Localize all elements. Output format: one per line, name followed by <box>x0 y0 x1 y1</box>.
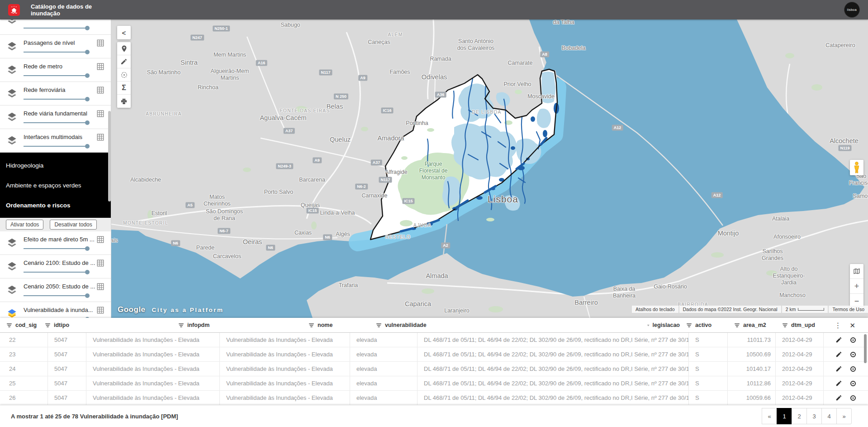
page-button[interactable]: 4 <box>821 408 837 424</box>
opacity-slider[interactable] <box>24 248 88 249</box>
category-item[interactable]: Ambiente e espaços verdes <box>0 175 111 195</box>
layer-item[interactable]: Rede de metro <box>0 58 111 82</box>
map-view[interactable]: SabugoALÉMCaneçasSanto António dos Caval… <box>111 19 868 318</box>
slider-knob[interactable] <box>85 246 90 251</box>
terms-link[interactable]: Termos de Uso <box>829 306 868 313</box>
open-table-icon[interactable] <box>96 133 104 141</box>
column-header[interactable]: dtm_upd <box>776 322 815 328</box>
basemap-toggle-button[interactable] <box>850 264 863 279</box>
layer-item[interactable]: Cenário 2050: Estudo de ... <box>0 278 111 302</box>
edit-row-button[interactable] <box>835 365 842 372</box>
select-area-button[interactable] <box>117 68 131 82</box>
opacity-slider[interactable] <box>24 28 88 29</box>
table-row[interactable]: 24 5047 Vulnerabilidade às Inundações - … <box>0 362 868 376</box>
cell-area-m2: 11011.73 <box>727 333 775 347</box>
view-row-button[interactable] <box>849 380 857 387</box>
pegman-button[interactable] <box>850 160 863 175</box>
keyboard-shortcuts-button[interactable]: Atalhos do teclado <box>632 306 678 313</box>
filter-icon[interactable] <box>734 322 740 328</box>
open-table-icon[interactable] <box>96 235 104 244</box>
opacity-slider[interactable] <box>24 52 88 53</box>
column-header[interactable]: idtipo <box>38 322 172 328</box>
open-table-icon[interactable] <box>96 110 104 118</box>
zoom-in-button[interactable]: + <box>850 279 863 294</box>
column-menu-button[interactable]: ⋮ <box>834 322 841 329</box>
table-row[interactable]: 26 5047 Vulnerabilidade às Inundações - … <box>0 391 868 405</box>
slider-knob[interactable] <box>85 144 90 149</box>
layer-item[interactable]: Rede ferroviária <box>0 82 111 106</box>
edit-row-button[interactable] <box>835 380 842 387</box>
open-table-icon[interactable] <box>96 306 104 314</box>
category-item[interactable]: Hidrogeologia <box>0 155 111 175</box>
slider-knob[interactable] <box>85 73 90 78</box>
results-status: A mostrar 1 até 25 de 78 Vulnerabilidade… <box>11 413 178 420</box>
column-header[interactable]: legislacao <box>641 322 680 328</box>
slider-knob[interactable] <box>85 120 90 125</box>
filter-icon[interactable] <box>45 322 51 328</box>
open-table-icon[interactable] <box>96 86 104 94</box>
filter-icon[interactable] <box>686 322 692 328</box>
layer-item[interactable]: Passagens de nível <box>0 35 111 58</box>
filter-icon[interactable] <box>647 322 650 328</box>
view-row-button[interactable] <box>849 336 857 344</box>
page-button[interactable]: 3 <box>806 408 822 424</box>
opacity-slider[interactable] <box>24 75 88 76</box>
page-button[interactable]: 2 <box>792 408 807 424</box>
close-table-button[interactable]: ✕ <box>849 322 855 329</box>
layer-item[interactable]: Efeito de maré direto 5m ... <box>0 231 111 255</box>
column-header[interactable]: vulnerabilidade <box>370 322 641 328</box>
print-button[interactable] <box>117 95 131 108</box>
category-item[interactable]: Ordenamento e riscos <box>0 195 111 215</box>
add-marker-button[interactable] <box>117 42 131 55</box>
opacity-slider[interactable] <box>24 122 88 123</box>
page-button[interactable]: » <box>836 408 852 424</box>
table-row[interactable]: 25 5047 Vulnerabilidade às Inundações - … <box>0 376 868 391</box>
edit-row-button[interactable] <box>835 336 842 343</box>
opacity-slider[interactable] <box>24 99 88 100</box>
column-header[interactable]: cod_sig <box>0 322 38 328</box>
filter-icon[interactable] <box>782 322 788 328</box>
layer-item[interactable]: Cenário 2100: Estudo de ... <box>0 255 111 278</box>
opacity-slider[interactable] <box>24 295 88 296</box>
table-row[interactable]: 22 5047 Vulnerabilidade às Inundações - … <box>0 333 868 347</box>
edit-row-button[interactable] <box>835 394 842 401</box>
filter-icon[interactable] <box>178 322 184 328</box>
column-header[interactable]: infopdm <box>172 322 302 328</box>
open-table-icon[interactable] <box>96 62 104 71</box>
slider-knob[interactable] <box>85 97 90 101</box>
column-header[interactable]: nome <box>302 322 370 328</box>
slider-knob[interactable] <box>85 293 90 298</box>
column-header[interactable]: area_m2 <box>728 322 776 328</box>
opacity-slider[interactable] <box>24 146 88 147</box>
column-header[interactable]: activo <box>680 322 728 328</box>
draw-button[interactable] <box>117 55 131 68</box>
deactivate-all-button[interactable]: Desativar todos <box>50 220 96 230</box>
map-canvas[interactable] <box>111 19 868 318</box>
filter-icon[interactable] <box>6 322 12 328</box>
view-row-button[interactable] <box>849 351 857 358</box>
view-row-button[interactable] <box>849 394 857 402</box>
table-scrollbar[interactable] <box>864 334 867 363</box>
open-table-icon[interactable] <box>96 283 104 291</box>
sidebar-scrollbar[interactable] <box>108 111 111 202</box>
filter-icon[interactable] <box>376 322 382 328</box>
opacity-slider[interactable] <box>24 272 88 273</box>
slider-knob[interactable] <box>85 270 90 274</box>
open-table-icon[interactable] <box>96 259 104 267</box>
layer-item[interactable] <box>0 19 111 35</box>
activate-all-button[interactable]: Ativar todos <box>6 220 43 230</box>
view-row-button[interactable] <box>849 365 857 373</box>
layer-item[interactable]: Rede viária fundamental <box>0 106 111 129</box>
slider-knob[interactable] <box>85 26 90 30</box>
table-row[interactable]: 23 5047 Vulnerabilidade às Inundações - … <box>0 347 868 362</box>
page-button[interactable]: « <box>762 408 777 424</box>
edit-row-button[interactable] <box>835 351 842 358</box>
filter-icon[interactable] <box>308 322 314 328</box>
slider-knob[interactable] <box>85 50 90 54</box>
layer-item[interactable]: Vulnerabilidade à inunda... <box>0 302 111 318</box>
open-table-icon[interactable] <box>96 39 104 47</box>
page-button[interactable]: 1 <box>777 408 792 424</box>
sum-button[interactable]: Σ <box>117 82 131 95</box>
collapse-sidebar-button[interactable]: < <box>117 26 131 39</box>
layer-item[interactable]: Interfaces multimodais <box>0 129 111 153</box>
